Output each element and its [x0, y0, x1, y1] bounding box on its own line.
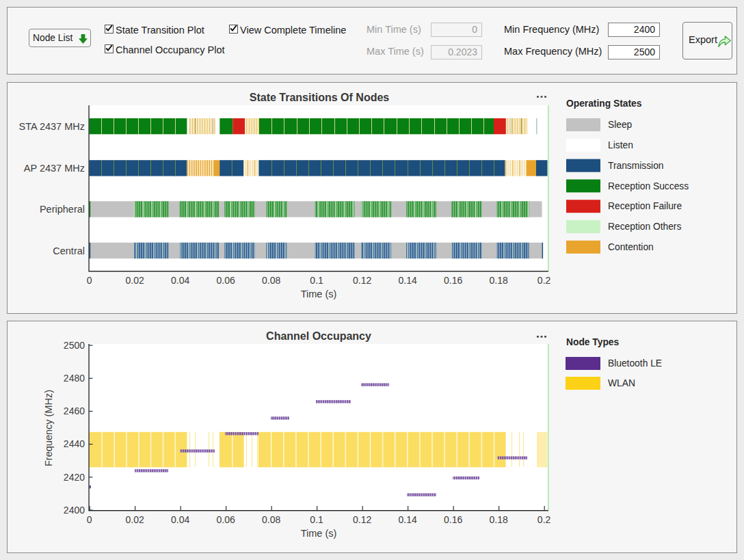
svg-text:Reception Others: Reception Others: [608, 222, 681, 232]
svg-text:0.1: 0.1: [310, 275, 323, 286]
svg-text:0.08: 0.08: [262, 275, 280, 286]
svg-text:WLAN: WLAN: [608, 378, 635, 388]
svg-text:Reception Failure: Reception Failure: [608, 201, 682, 211]
svg-text:0.12: 0.12: [353, 514, 371, 525]
svg-text:Listen: Listen: [608, 140, 633, 150]
svg-text:0.18: 0.18: [489, 514, 507, 525]
svg-text:Sleep: Sleep: [608, 120, 633, 130]
svg-text:0.02: 0.02: [125, 514, 144, 525]
svg-text:0.12: 0.12: [353, 275, 371, 286]
svg-text:Bluetooth LE: Bluetooth LE: [608, 358, 662, 369]
svg-text:0.1: 0.1: [310, 514, 323, 525]
svg-text:0.08: 0.08: [262, 514, 280, 525]
svg-text:2440: 2440: [64, 438, 85, 449]
svg-text:0.06: 0.06: [216, 514, 235, 525]
svg-text:0.04: 0.04: [171, 275, 189, 286]
svg-text:0.02: 0.02: [125, 275, 144, 286]
svg-text:Frequency (MHz): Frequency (MHz): [43, 390, 54, 466]
svg-text:0: 0: [87, 275, 92, 286]
svg-text:STA 2437 MHz: STA 2437 MHz: [19, 121, 85, 132]
svg-text:2480: 2480: [64, 373, 85, 384]
svg-text:0.04: 0.04: [171, 514, 189, 525]
svg-text:Peripheral: Peripheral: [40, 204, 85, 215]
svg-text:Transmission: Transmission: [608, 161, 664, 171]
svg-text:Operating States: Operating States: [566, 98, 642, 109]
svg-text:Central: Central: [53, 245, 85, 256]
svg-text:0.18: 0.18: [489, 275, 507, 286]
svg-text:0.06: 0.06: [216, 275, 235, 286]
svg-text:Time (s): Time (s): [301, 528, 337, 539]
svg-text:0.14: 0.14: [398, 514, 416, 525]
svg-text:Node Types: Node Types: [566, 337, 620, 347]
svg-text:2420: 2420: [64, 472, 85, 483]
svg-text:0.2: 0.2: [537, 275, 551, 286]
svg-text:Contention: Contention: [608, 242, 654, 252]
svg-text:Time (s): Time (s): [301, 289, 337, 299]
svg-text:0.14: 0.14: [398, 275, 416, 286]
svg-text:0.16: 0.16: [444, 514, 462, 525]
svg-text:Channel Occupancy: Channel Occupancy: [266, 330, 371, 342]
svg-text:0: 0: [87, 514, 92, 525]
svg-text:2500: 2500: [64, 340, 85, 351]
svg-text:State Transitions Of Nodes: State Transitions Of Nodes: [250, 92, 390, 103]
svg-text:0.16: 0.16: [444, 275, 462, 286]
svg-text:Reception Success: Reception Success: [608, 181, 689, 191]
svg-text:2400: 2400: [64, 505, 85, 516]
svg-text:AP 2437 MHz: AP 2437 MHz: [24, 163, 85, 174]
svg-text:2460: 2460: [64, 405, 85, 416]
svg-text:0.2: 0.2: [537, 514, 551, 525]
